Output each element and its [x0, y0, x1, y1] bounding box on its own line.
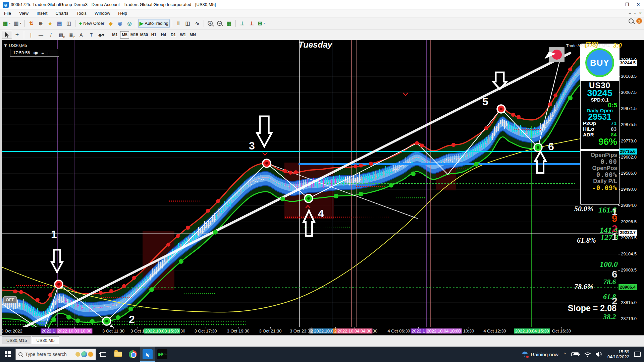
- profiles-button[interactable]: ▥▾: [12, 19, 22, 28]
- candle: [257, 178, 257, 182]
- vertical-line-tool[interactable]: |: [26, 31, 36, 39]
- buy-button[interactable]: BUY: [585, 48, 614, 77]
- metaeditor-button[interactable]: ◉: [116, 19, 124, 28]
- menu-item-insert[interactable]: Insert: [33, 10, 52, 17]
- fibonacci-tool[interactable]: ≣F: [66, 31, 76, 39]
- start-button[interactable]: [0, 347, 15, 362]
- tray-icons[interactable]: [571, 352, 603, 357]
- time-axis[interactable]: 3 Oct 20222022.12022.10.03 10:003 Oct 11…: [0, 327, 618, 335]
- chart-symbol-label[interactable]: ▼ US30,M5: [3, 43, 27, 48]
- menu-item-charts[interactable]: Charts: [51, 10, 72, 17]
- taskbar-search[interactable]: Type here to search: [15, 349, 96, 360]
- horizontal-line-tool[interactable]: —: [36, 31, 46, 39]
- crosshair-tool[interactable]: +: [12, 31, 22, 39]
- candle: [240, 186, 241, 195]
- candle: [510, 125, 511, 129]
- menu-lines-icon[interactable]: ≡: [41, 50, 44, 55]
- chart-tab-us30-m5[interactable]: US30,M5: [32, 336, 59, 344]
- tray-chevron-icon[interactable]: ⌃: [563, 352, 567, 357]
- candle-close-tick: [253, 180, 254, 181]
- templates-button[interactable]: ⊥: [247, 19, 256, 28]
- trendline-tool[interactable]: /: [46, 31, 56, 39]
- crosshair-target-button[interactable]: ⊕: [36, 19, 45, 28]
- taskbar-app-ic-markets[interactable]: ▮�->: [155, 347, 170, 362]
- history-center-button[interactable]: ◆: [106, 19, 115, 28]
- taskbar-clock[interactable]: 15:5904/10/2022: [607, 349, 629, 359]
- equidistant-channel-tool[interactable]: ▨E: [56, 31, 66, 39]
- new-chart-button[interactable]: ▦▾: [2, 19, 12, 28]
- candle-close-tick: [374, 176, 375, 177]
- timeframe-m1[interactable]: M1: [110, 31, 119, 39]
- search-icon: [18, 352, 22, 356]
- text-tool[interactable]: A: [76, 31, 86, 39]
- price-marker-box: 28906.4: [619, 284, 637, 290]
- timeframe-h1[interactable]: H1: [149, 31, 158, 39]
- candle-close-tick: [34, 313, 35, 313]
- arrows-tool[interactable]: ◆ ▾: [96, 31, 106, 39]
- candle: [474, 147, 475, 151]
- price-chart[interactable]: 123456TuesdaySlope = 2.0850.0%161.8141.4…: [0, 40, 618, 335]
- timeframe-mn[interactable]: MN: [188, 31, 197, 39]
- text-label-tool[interactable]: T: [86, 31, 96, 39]
- candle-close-tick: [96, 309, 97, 309]
- square-icon[interactable]: □: [48, 51, 50, 55]
- sell-dot: [36, 298, 40, 302]
- minimize-button[interactable]: –: [610, 0, 621, 9]
- notification-badge[interactable]: 1: [636, 18, 642, 24]
- menu-item-file[interactable]: File: [0, 10, 15, 17]
- eye-icon[interactable]: ◉: [33, 51, 38, 55]
- price-tick: 29104.5: [621, 251, 637, 257]
- add-window-button[interactable]: ⊞▾: [257, 19, 266, 28]
- taskbar-app-file-explorer[interactable]: [111, 347, 125, 362]
- chart-tab-us30-m15[interactable]: US30,M15: [2, 336, 31, 344]
- menu-item-help[interactable]: Help: [114, 10, 131, 17]
- candle: [17, 300, 18, 308]
- tick-chart-button[interactable]: ⇅: [27, 19, 36, 28]
- timeframe-m30[interactable]: M30: [140, 31, 149, 39]
- line-chart-mode-button[interactable]: ∿: [193, 19, 202, 28]
- signals-button[interactable]: ◎: [125, 19, 134, 28]
- off-button[interactable]: OFF: [3, 296, 17, 303]
- timeframe-h4[interactable]: H4: [159, 31, 168, 39]
- taskbar-app-task-view[interactable]: [96, 347, 111, 362]
- menu-item-tools[interactable]: Tools: [72, 10, 91, 17]
- cursor-tool[interactable]: [2, 31, 12, 39]
- bar-chart-mode-button[interactable]: ‖: [174, 19, 183, 28]
- zoom-out-button[interactable]: −: [215, 19, 224, 28]
- candle-close-tick: [372, 179, 373, 180]
- timeframe-m5[interactable]: M5: [120, 31, 129, 39]
- zoom-in-button[interactable]: +: [206, 19, 215, 28]
- timeframe-d1[interactable]: D1: [169, 31, 178, 39]
- menu-item-window[interactable]: Window: [91, 10, 114, 17]
- candle: [514, 123, 515, 132]
- action-center-icon[interactable]: [634, 352, 641, 357]
- new-order-button[interactable]: +New Order: [77, 19, 106, 28]
- search-icon[interactable]: [629, 18, 634, 23]
- timeframe-w1[interactable]: W1: [178, 31, 187, 39]
- maximize-button[interactable]: ❐: [621, 0, 633, 9]
- menu-item-view[interactable]: View: [15, 10, 33, 17]
- candle-close-tick: [378, 177, 379, 178]
- taskbar-app-chrome[interactable]: [125, 347, 140, 362]
- autotrading-button[interactable]: ▶AutoTrading: [138, 19, 170, 28]
- data-window-button[interactable]: ◫: [64, 19, 73, 28]
- child-minimize[interactable]: –: [629, 11, 631, 15]
- candle-chart-mode-button[interactable]: ◫: [183, 19, 192, 28]
- close-button[interactable]: ✕: [633, 0, 644, 9]
- taskbar-app-tg-terminal[interactable]: tg: [140, 347, 155, 362]
- candle-close-tick: [108, 307, 109, 307]
- candle: [357, 177, 358, 184]
- tile-windows-button[interactable]: ▦: [225, 19, 233, 28]
- candle-close-tick: [384, 175, 385, 176]
- taskbar-weather[interactable]: ☂Raining now: [522, 350, 558, 359]
- market-watch-button[interactable]: ▤: [55, 19, 64, 28]
- candle-close-tick: [493, 137, 493, 138]
- timeframe-m15[interactable]: M15: [130, 31, 139, 39]
- price-axis[interactable]: 30261.030163.530067.529971.529875.529778…: [618, 40, 644, 335]
- indicators-button[interactable]: ⊥: [238, 19, 247, 28]
- favorites-button[interactable]: ★: [46, 19, 54, 28]
- child-close[interactable]: ✕: [639, 11, 642, 15]
- candle-close-tick: [444, 162, 445, 163]
- child-restore[interactable]: ▫: [634, 11, 636, 15]
- candle-timer-widget[interactable]: 17:59:56 ◉ ≡ □: [10, 49, 59, 57]
